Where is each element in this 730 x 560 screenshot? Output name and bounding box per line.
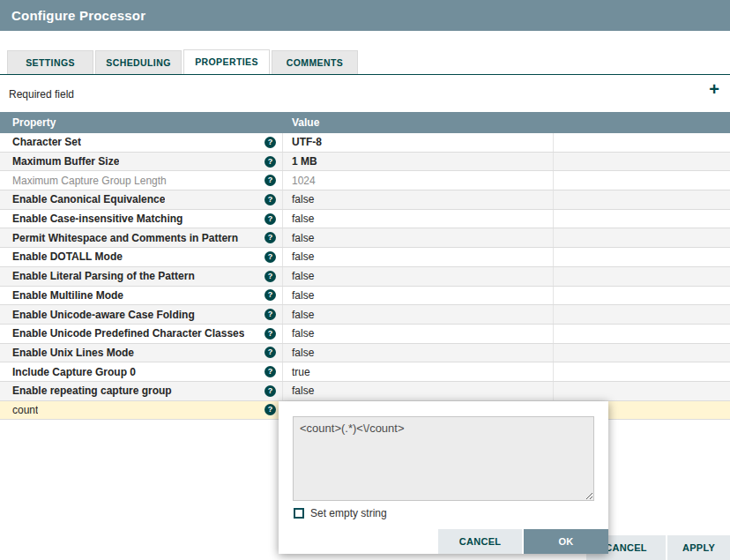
property-value[interactable]: false: [283, 248, 554, 266]
tab-scheduling[interactable]: SCHEDULING: [95, 50, 182, 74]
row-extra-cell: [554, 133, 730, 152]
table-row[interactable]: Enable Literal Parsing of the Pattern?fa…: [0, 267, 730, 287]
apply-button[interactable]: APPLY: [667, 535, 730, 560]
property-name: Enable Unix Lines Mode: [12, 347, 134, 359]
tab-comments[interactable]: COMMENTS: [272, 50, 358, 74]
property-value[interactable]: false: [283, 267, 554, 286]
property-name: Enable Case-insensitive Matching: [12, 213, 182, 225]
help-icon[interactable]: ?: [264, 366, 276, 377]
table-row[interactable]: Include Capture Group 0?true: [0, 362, 730, 382]
property-cell: Enable Multiline Mode?: [0, 287, 283, 305]
dialog-header: Configure Processor: [0, 0, 730, 31]
help-icon[interactable]: ?: [264, 213, 276, 225]
row-extra-cell: [554, 344, 730, 362]
table-row[interactable]: Enable repeating capture group?false: [0, 382, 730, 401]
row-extra-cell: [554, 153, 730, 171]
property-value[interactable]: 1024: [283, 171, 554, 190]
table-row[interactable]: Maximum Buffer Size?1 MB: [0, 153, 730, 172]
table-row[interactable]: Enable Canonical Equivalence?false: [0, 190, 730, 210]
required-field-label: Required field: [9, 88, 74, 101]
help-icon[interactable]: ?: [264, 347, 276, 358]
help-icon[interactable]: ?: [264, 328, 276, 340]
table-row[interactable]: Enable Multiline Mode?false: [0, 287, 730, 306]
property-table-header: Property Value: [0, 112, 730, 133]
property-value[interactable]: false: [283, 287, 554, 305]
table-row[interactable]: Enable Unix Lines Mode?false: [0, 344, 730, 363]
table-row[interactable]: Enable Unicode-aware Case Folding?false: [0, 305, 730, 325]
property-value[interactable]: true: [283, 362, 554, 381]
help-icon[interactable]: ?: [264, 404, 276, 415]
property-value[interactable]: false: [283, 210, 554, 228]
property-value[interactable]: false: [283, 228, 554, 247]
help-icon[interactable]: ?: [264, 309, 276, 320]
property-name: Enable DOTALL Mode: [12, 250, 123, 263]
property-value[interactable]: false: [283, 305, 554, 324]
property-cell: Enable repeating capture group?: [0, 382, 283, 400]
row-extra-cell: [554, 305, 730, 324]
property-name: Enable Canonical Equivalence: [12, 193, 165, 205]
configure-processor-dialog: Configure Processor SETTINGSSCHEDULINGPR…: [0, 0, 730, 560]
row-extra-cell: [554, 190, 730, 209]
property-name: Character Set: [12, 136, 81, 148]
row-extra-cell: [554, 267, 730, 286]
property-value[interactable]: false: [283, 325, 554, 343]
column-header-value: Value: [283, 112, 554, 133]
value-editor-textarea[interactable]: <count>(.*)<\/count>: [293, 416, 594, 501]
property-value[interactable]: 1 MB: [283, 153, 554, 171]
table-row[interactable]: Maximum Capture Group Length?1024: [0, 171, 730, 190]
property-cell: Enable DOTALL Mode?: [0, 248, 283, 266]
property-value[interactable]: UTF-8: [283, 133, 554, 152]
property-name: Enable Unicode-aware Case Folding: [12, 309, 195, 321]
add-property-icon[interactable]: +: [709, 80, 719, 98]
help-icon[interactable]: ?: [264, 251, 276, 263]
row-extra-cell: [554, 325, 730, 343]
help-icon[interactable]: ?: [264, 271, 276, 282]
property-value[interactable]: false: [283, 344, 554, 362]
help-icon[interactable]: ?: [264, 385, 276, 397]
set-empty-string-row: Set empty string: [294, 507, 387, 519]
table-row[interactable]: Permit Whitespace and Comments in Patter…: [0, 228, 730, 248]
set-empty-string-checkbox[interactable]: [294, 508, 304, 519]
property-cell: Maximum Buffer Size?: [0, 153, 283, 171]
property-name: count: [12, 404, 38, 416]
property-name: Include Capture Group 0: [12, 366, 136, 378]
help-icon[interactable]: ?: [264, 137, 276, 148]
value-editor-popup: <count>(.*)<\/count> Set empty string CA…: [279, 401, 608, 554]
property-cell: Enable Literal Parsing of the Pattern?: [0, 267, 283, 286]
table-row[interactable]: Enable Unicode Predefined Character Clas…: [0, 325, 730, 344]
editor-cancel-button[interactable]: CANCEL: [438, 529, 522, 554]
row-extra-cell: [554, 228, 730, 247]
table-row[interactable]: Enable DOTALL Mode?false: [0, 248, 730, 267]
help-icon[interactable]: ?: [264, 232, 276, 243]
tab-properties[interactable]: PROPERTIES: [183, 49, 270, 74]
property-value[interactable]: false: [283, 382, 554, 400]
property-table: Property Value Character Set?UTF-8Maximu…: [0, 112, 730, 420]
property-value[interactable]: false: [283, 190, 554, 209]
column-header-extra: [554, 112, 730, 133]
editor-ok-button[interactable]: OK: [524, 529, 608, 554]
table-row[interactable]: Enable Case-insensitive Matching?false: [0, 210, 730, 229]
property-cell: Maximum Capture Group Length?: [0, 171, 283, 190]
property-cell: Character Set?: [0, 133, 283, 152]
property-name: Permit Whitespace and Comments in Patter…: [12, 232, 238, 244]
table-row[interactable]: Character Set?UTF-8: [0, 133, 730, 153]
tab-bar: SETTINGSSCHEDULINGPROPERTIESCOMMENTS: [0, 50, 730, 75]
help-icon[interactable]: ?: [264, 194, 276, 205]
row-extra-cell: [554, 287, 730, 305]
help-icon[interactable]: ?: [264, 156, 276, 168]
set-empty-string-label: Set empty string: [310, 507, 387, 519]
property-cell: Permit Whitespace and Comments in Patter…: [0, 228, 283, 247]
column-header-property: Property: [0, 112, 283, 133]
property-cell: Enable Case-insensitive Matching?: [0, 210, 283, 228]
row-extra-cell: [554, 171, 730, 190]
help-icon[interactable]: ?: [264, 175, 276, 186]
property-name: Enable repeating capture group: [12, 385, 172, 397]
tab-settings[interactable]: SETTINGS: [7, 50, 93, 74]
property-name: Maximum Buffer Size: [12, 155, 119, 168]
dialog-title: Configure Processor: [11, 8, 145, 23]
editor-buttons: CANCEL OK: [438, 529, 608, 554]
property-cell: Enable Unicode-aware Case Folding?: [0, 305, 283, 324]
row-extra-cell: [554, 382, 730, 400]
row-extra-cell: [554, 362, 730, 381]
help-icon[interactable]: ?: [264, 289, 276, 301]
